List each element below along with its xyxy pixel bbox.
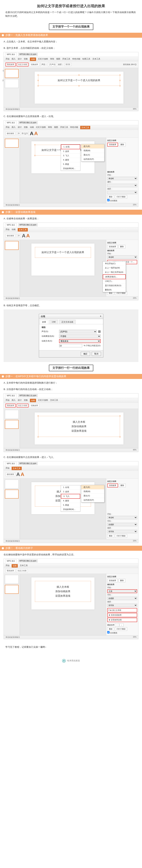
screenshot-3: WPS 演示 WPS演示教心法.pptx 开始 动画 文本工具 微软雅黑 24 … [4,222,138,300]
thumb-1[interactable]: 1 [5,69,19,78]
menu-draw[interactable]: 绘图工具 [82,58,90,61]
thumbnail-panel: 1 2 [4,68,20,107]
menu-design[interactable]: 设计 [18,58,22,61]
sound-select[interactable]: [无声音] [48,63,57,66]
menubar: 开始 插入 设计 切换 动画 幻灯片放映 审阅 视图 开发工具 特色功能 绘图工… [4,57,138,62]
brand-logo-icon [62,659,66,662]
menu-feat[interactable]: 特色功能 [72,58,80,61]
screenshot-7: WPS 演示 WPS演示教心法.pptx 开始 动画 文本工具 预览效果 自定义… [4,559,138,639]
flyin-item[interactable]: 3. 飞入 [61,494,80,499]
step1-a: A. 点击插入→文本框。在文本框中输入需要的内容； [0,39,142,44]
exit-item[interactable]: 退出(X) [81,153,104,157]
thumb-2[interactable]: 2 [5,79,19,88]
speed-label: 速度： [58,63,63,66]
menu-view[interactable]: 视图 [56,58,60,61]
effect-menu: 进入(E) 强调(M) 退出(X) 动作路径(P) 1. 出现 2. 盒状 3.… [81,144,105,162]
step3-b: B. 分别选中每行的内容点击动画→自定义动画； [0,387,142,392]
menu-anim[interactable]: 动画 [30,58,36,61]
cancel-button[interactable]: 取消 [92,352,101,356]
menu-text[interactable]: 文本工具 [92,58,100,61]
zoom[interactable]: 48% [133,108,137,111]
page-title: 如何让文字是按字或者按行进入出现的效果 [0,0,142,10]
doc-tab[interactable]: WPS演示教心法.pptx [18,121,38,124]
start-select[interactable]: 单击时 [107,177,137,180]
delay-input[interactable] [59,344,82,347]
dialog-title: 出现 [41,315,45,318]
step1-b: B. 选中文本框，点击功能区的动画→自定义动画； [0,45,142,51]
emphasis-item[interactable]: 强调(M) [81,149,104,153]
brand-name: 纯净系统家园 [67,659,80,662]
menu-dev[interactable]: 开发工具 [62,58,70,61]
step3-c: C. 在右侧动画窗格中点击添加效果→进入→飞入。 [0,455,142,460]
close-icon[interactable]: × [100,315,101,318]
sound-select[interactable]: [无声音] [59,330,97,333]
custom-anim-btn[interactable]: 自定义动画 [17,63,28,66]
screenshot-6: WPS 演示 WPS演示教心法.pptx 开始 文本工具 微软雅黑 AA 插入文… [4,461,138,543]
notes-area[interactable]: 单击此处添加备注 [5,108,20,111]
footer: 纯净系统家园 [0,654,142,668]
doc-tab[interactable]: WPS演示教心法.pptx [18,53,38,56]
font-select[interactable]: 微软雅黑 [5,132,15,135]
slide-canvas: 如何让文字是一个一个进入出现的效果 [20,68,138,107]
entrance-item[interactable]: 进入(E) [81,144,104,149]
size-select[interactable]: 24 [16,132,21,135]
anim-pane: 自定义动画 添加效果 删除 进入(E) 强调(M) 退出(X) 动作路径(P) … [106,137,138,203]
app-tab[interactable]: WPS 演示 [5,53,17,56]
step4-bar: 步骤二：看动画片的样子 [0,546,142,551]
thumb-1[interactable] [5,139,19,148]
motion-item[interactable]: 动作路径(P) [81,157,104,161]
preview-btn[interactable]: 预览效果 [5,63,16,66]
speed-val[interactable]: 00:50 [64,63,72,66]
animtext-select[interactable]: 整批发送 按字母 [59,339,101,343]
ok-button[interactable]: 确定 [81,352,90,356]
menu-show[interactable]: 幻灯片放映 [38,58,48,61]
effect-options-item[interactable]: 效果选项(E)... [103,274,126,279]
intro-text: 在展示幻灯片的时候如何让文本框的内容是一个一个或一行一行进入的效果呢？小编今天就… [0,10,142,21]
menu-start[interactable]: 开始 [5,58,9,61]
screenshot-2: WPS 演示 WPS演示教心法.pptx 开始 插入 设计 切换 动画 幻灯片放… [4,120,138,207]
tab-textanim[interactable]: 正文文本动画 [59,320,76,324]
step3-bar: 步骤一：在WPS中文本框中每行的内容并设置动画效果 [0,374,142,379]
appear-item[interactable]: 1. 出现 [61,145,80,149]
transition-btn[interactable]: 切换效果 [30,63,39,66]
tab-timing[interactable]: 计时 [50,320,58,324]
effect-dialog: 出现 × 效果 计时 正文文本动画 增强 声音(S): [无声音] 动画播放后(… [39,314,103,358]
after-select[interactable]: 不变暗 [59,335,101,338]
step2-b: B. 动画文本选项选字母，点击确定。 [0,303,142,308]
menu-trans[interactable]: 切换 [24,58,28,61]
remove-btn[interactable]: 删除 [119,143,126,146]
screenshot-1: WPS 演示 WPS演示教心法.pptx 开始 插入 设计 切换 动画 幻灯片放… [4,52,138,111]
play-btn[interactable]: 播放 [107,195,114,198]
ribbon: 预览效果 自定义动画 切换效果 声音： [无声音] 速度： 00:50 查找替换… [4,62,138,68]
find-replace[interactable]: 查找替换 (Alt+Q) [123,63,137,66]
closing-text: 学习完了教程，记得要自己实操一遍哟~ [0,642,142,652]
screenshot-4-dialog: 出现 × 效果 计时 正文文本动画 增强 声音(S): [无声音] 动画播放后(… [4,309,138,362]
screenshot-5: WPS 演示 WPS演示教心法.pptx 开始 插入 设计 切换 动画 幻灯片放… [4,393,138,452]
section1-title: 文字按字一个一个的出现效果 [49,23,93,30]
menu-review[interactable]: 审阅 [50,58,54,61]
app-tab[interactable]: WPS 演示 [5,121,17,124]
step3-a: A. 文本框中每行的内容前都选择强制换行进行换行； [0,380,142,385]
start-after-select[interactable]: 之后 [107,589,137,593]
sound-label: 声音： [41,63,47,66]
tab-effect[interactable]: 效果 [40,320,48,324]
status-bar: 单击此处添加备注 48% [4,107,138,111]
menu-insert[interactable]: 插入 [12,58,16,61]
step1-c: C. 在右侧动画窗格中点击添加效果→进入→出现。 [0,114,142,119]
textbox[interactable]: 如何让文字是一个一个进入出现的效果 [38,75,120,86]
step2-bar: 步骤二：设置动画效果选项 [0,210,142,215]
step2-a: A. 右键单击动画效果→效果选项； [0,216,142,221]
step4-text: 在右侧动画窗格中选中所设置的全部动画效果，即开始的设置为之后。 [0,552,142,557]
speaker-icon[interactable] [98,330,101,333]
slideshow-btn[interactable]: 幻灯片播放 [115,195,127,198]
step1-bar: 步骤一：先插入文本框并添加动画效果 [0,33,142,38]
section2-title: 文字按行一行一行的出现效果 [49,365,93,371]
add-effect-btn[interactable]: 添加效果 [107,143,118,147]
